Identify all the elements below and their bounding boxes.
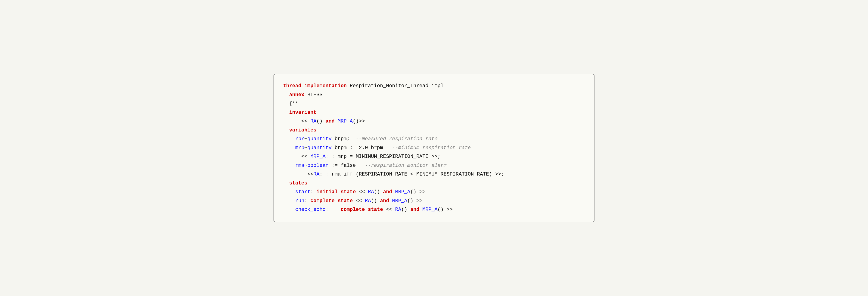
code-token: << <box>383 207 395 212</box>
code-token: initial state <box>316 189 356 195</box>
code-line: invariant <box>283 108 585 117</box>
code-token: BLESS <box>307 92 322 98</box>
code-token: : : mrp = MINIMUM_RESPIRATION_RATE >>; <box>326 154 441 159</box>
code-token: () >> <box>410 189 426 195</box>
code-line: rma~boolean := false --respiration monit… <box>283 161 585 170</box>
code-token: MRP_A <box>310 154 326 159</box>
code-token: () <box>374 189 383 195</box>
code-token: rpr <box>295 136 305 142</box>
code-token: << <box>301 154 310 159</box>
code-line: {** <box>283 99 585 108</box>
code-token: variables <box>289 127 316 133</box>
code-token: MRP_A <box>392 198 407 204</box>
code-line: states <box>283 179 585 188</box>
code-token: --respiration monitor alarm <box>365 163 446 169</box>
code-line: run: complete state << RA() and MRP_A() … <box>283 197 585 206</box>
code-token: and <box>410 207 420 212</box>
code-token: : <box>304 198 310 204</box>
code-token: brpm := 2.0 brpm <box>332 145 392 151</box>
code-line: annex BLESS <box>283 91 585 99</box>
code-line: << RA() and MRP_A()>> <box>283 117 585 126</box>
code-token: complete state <box>341 207 383 212</box>
code-token: ~ <box>304 136 307 142</box>
code-token: --measured respiration rate <box>356 136 437 142</box>
code-token: MRP_A <box>395 189 410 195</box>
code-token: << <box>353 198 365 204</box>
code-token <box>419 207 422 212</box>
code-token: << <box>307 171 313 177</box>
code-token: run <box>295 198 305 204</box>
code-token: mrp <box>295 145 305 151</box>
code-token <box>335 118 338 124</box>
code-block: thread implementation Respiration_Monito… <box>274 74 594 222</box>
code-line: thread implementation Respiration_Monito… <box>283 82 585 91</box>
code-token: quantity <box>307 136 332 142</box>
code-line: << MRP_A: : mrp = MINIMUM_RESPIRATION_RA… <box>283 152 585 161</box>
code-line: start: initial state << RA() and MRP_A()… <box>283 188 585 197</box>
code-token: () >> <box>407 198 422 204</box>
code-token: start <box>295 189 310 195</box>
code-token: := false <box>329 163 365 169</box>
code-token: thread implementation <box>283 83 350 89</box>
code-token: RA <box>368 189 374 195</box>
code-token <box>389 198 392 204</box>
code-token: and <box>380 198 389 204</box>
code-token: () <box>371 198 380 204</box>
code-line: mrp~quantity brpm := 2.0 brpm --minimum … <box>283 144 585 153</box>
code-token: states <box>289 180 307 186</box>
code-token: and <box>326 118 335 124</box>
code-token: ()>> <box>353 118 365 124</box>
code-token: ~ <box>304 163 307 169</box>
code-token: : <box>326 207 341 212</box>
code-token: check_echo <box>295 207 326 212</box>
code-line: check_echo: complete state << RA() and M… <box>283 205 585 214</box>
code-line: <<RA: : rma iff (RESPIRATION_RATE < MINI… <box>283 170 585 179</box>
code-token: MRP_A <box>338 118 353 124</box>
code-token: boolean <box>307 163 329 169</box>
code-token: quantity <box>307 145 332 151</box>
code-token: complete state <box>310 198 353 204</box>
code-token: {** <box>289 101 298 107</box>
code-token: RA <box>365 198 371 204</box>
code-line: rpr~quantity brpm; --measured respiratio… <box>283 135 585 144</box>
code-token: : : rma iff (RESPIRATION_RATE < MINIMUM_… <box>319 171 504 177</box>
code-token: : <box>310 189 316 195</box>
code-token: rma <box>295 163 305 169</box>
code-token <box>392 189 395 195</box>
code-token: RA <box>310 118 316 124</box>
code-token: << <box>301 118 310 124</box>
code-token: Respiration_Monitor_Thread.impl <box>350 83 443 89</box>
code-token: annex <box>289 92 307 98</box>
code-token: () <box>401 207 410 212</box>
code-token: RA <box>395 207 401 212</box>
code-token: RA <box>313 171 319 177</box>
code-token: MRP_A <box>422 207 437 212</box>
code-token: () <box>316 118 326 124</box>
code-token: () >> <box>437 207 453 212</box>
code-token: and <box>383 189 392 195</box>
code-token: --minimum respiration rate <box>392 145 471 151</box>
code-token: invariant <box>289 110 316 115</box>
code-token: brpm; <box>332 136 356 142</box>
code-token: << <box>356 189 368 195</box>
code-line: variables <box>283 126 585 135</box>
code-token: ~ <box>304 145 307 151</box>
